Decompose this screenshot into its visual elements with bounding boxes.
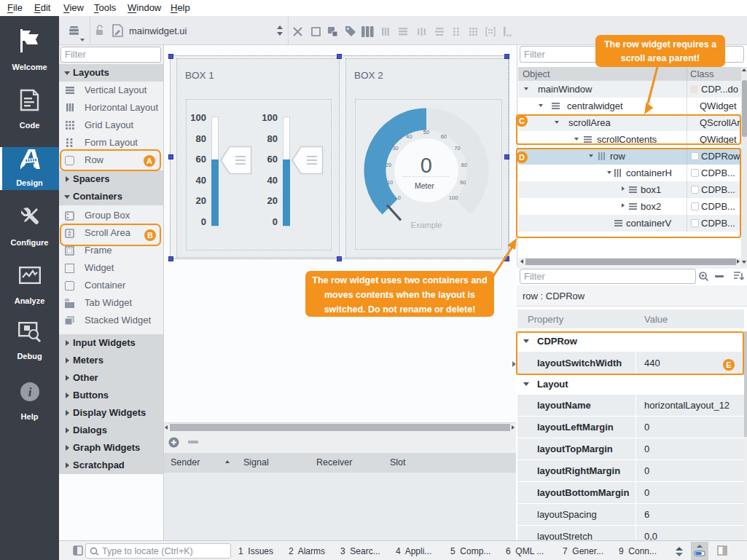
svg-text:50: 50 bbox=[423, 129, 429, 135]
svg-text:80: 80 bbox=[461, 162, 467, 168]
svg-text:i: i bbox=[28, 385, 32, 399]
svg-text:100: 100 bbox=[449, 194, 458, 201]
svg-text:20: 20 bbox=[386, 162, 391, 168]
svg-text:30: 30 bbox=[392, 145, 398, 151]
svg-text:40: 40 bbox=[406, 133, 412, 140]
svg-text:Meter: Meter bbox=[415, 181, 434, 190]
svg-text:0: 0 bbox=[398, 194, 401, 201]
svg-text:60: 60 bbox=[441, 133, 447, 140]
svg-text:70: 70 bbox=[454, 145, 460, 151]
svg-text:10: 10 bbox=[387, 179, 393, 186]
svg-text:90: 90 bbox=[460, 179, 466, 186]
svg-text:0: 0 bbox=[421, 154, 432, 177]
